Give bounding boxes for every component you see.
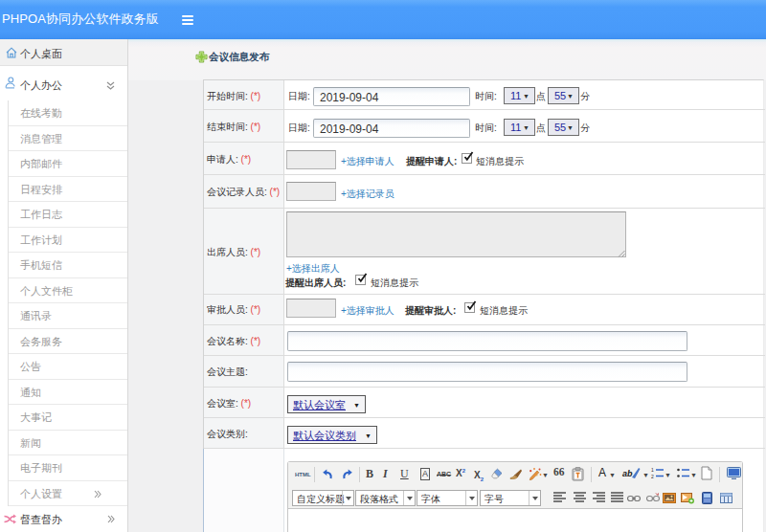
- svg-text:1: 1: [651, 467, 654, 473]
- svg-text:2: 2: [651, 474, 654, 479]
